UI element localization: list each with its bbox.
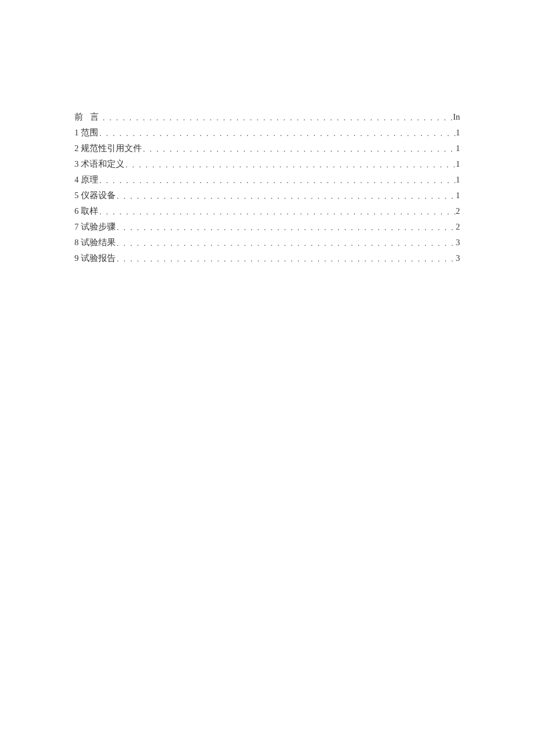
toc-dots: [116, 189, 456, 204]
toc-entry-page: 1: [456, 172, 460, 187]
toc-entry-page: 1: [456, 141, 460, 156]
toc-dots: [124, 157, 456, 173]
toc-entry: 9 试验报告 3: [74, 250, 460, 266]
toc-entry: 1 范围 1: [74, 125, 460, 141]
toc-entry: 2 规范性引用文件 1: [74, 141, 460, 156]
toc-entry-page: In: [453, 109, 460, 124]
toc-dots: [98, 205, 456, 220]
toc-entry: 3 术语和定义 1: [74, 156, 460, 172]
toc-entry-title: 3 术语和定义: [74, 156, 124, 171]
toc-entry-title: 前 言: [74, 109, 102, 124]
toc-entry-page: 1: [456, 156, 460, 171]
toc-entry: 6 取样 2: [74, 203, 460, 219]
toc-dots: [116, 252, 456, 267]
toc-entry-title: 2 规范性引用文件: [74, 141, 142, 156]
toc-entry-title: 5 仪器设备: [74, 188, 116, 203]
toc-entry-page: 1: [456, 188, 460, 203]
toc-entry: 4 原理 1: [74, 172, 460, 188]
toc-dots: [116, 236, 456, 251]
toc-dots: [102, 110, 453, 126]
toc-entry-page: 1: [456, 125, 460, 140]
toc-dots: [142, 142, 456, 157]
toc-entry: 5 仪器设备 1: [74, 188, 460, 203]
toc-entry-page: 3: [456, 250, 460, 266]
toc-entry-title: 4 原理: [74, 172, 98, 187]
toc-entry-title: 7 试验步骤: [74, 219, 116, 234]
toc-entry-page: 3: [456, 235, 460, 250]
toc-dots: [98, 126, 456, 141]
toc-entry-title: 8 试验结果: [74, 235, 116, 250]
toc-entry: 8 试验结果 3: [74, 235, 460, 250]
toc-entry: 7 试验步骤 2: [74, 219, 460, 235]
toc-entry-title: 1 范围: [74, 125, 98, 140]
toc-entry-page: 2: [456, 203, 460, 218]
toc-dots: [98, 173, 456, 188]
toc-entry-page: 2: [456, 219, 460, 234]
toc-entry-title: 9 试验报告: [74, 250, 116, 266]
table-of-contents: 前 言 In 1 范围 1 2 规范性引用文件 1 3 术语和定义 1 4 原理…: [74, 109, 460, 266]
toc-entry: 前 言 In: [74, 109, 460, 125]
toc-dots: [116, 220, 456, 235]
toc-entry-title: 6 取样: [74, 203, 98, 218]
